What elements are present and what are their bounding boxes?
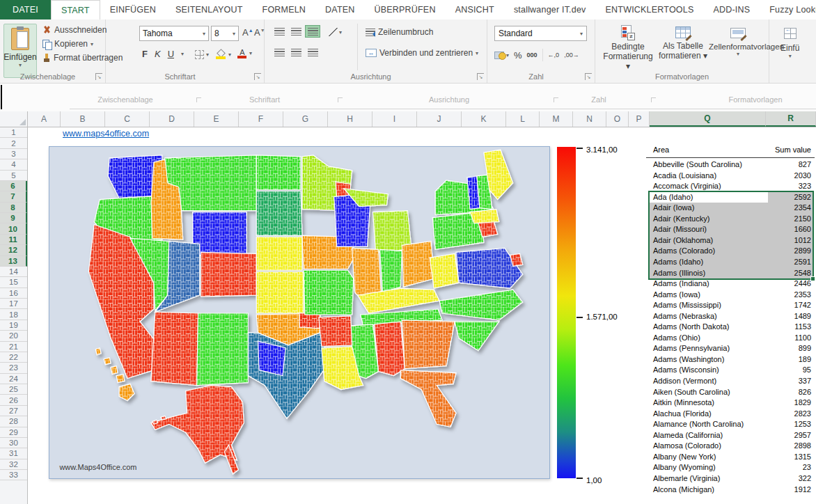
column-header-I[interactable]: I: [372, 111, 417, 127]
table-row[interactable]: Alamosa (Colorado)2898: [653, 441, 811, 452]
dialog-launcher-icon[interactable]: ↘: [95, 73, 102, 80]
value-cell[interactable]: 826: [799, 388, 811, 396]
value-cell[interactable]: 95: [803, 365, 811, 374]
number-format-select[interactable]: Standard▾: [494, 26, 587, 41]
grow-font-button[interactable]: A▲: [242, 27, 253, 38]
area-cell[interactable]: Acadia (Louisiana): [653, 171, 716, 180]
italic-button[interactable]: K: [155, 49, 161, 59]
row-header-28[interactable]: 28: [0, 416, 27, 427]
row-header-29[interactable]: 29: [0, 427, 27, 438]
column-header-N[interactable]: N: [573, 111, 606, 127]
column-header-J[interactable]: J: [417, 111, 462, 127]
area-cell[interactable]: Alachua (Florida): [653, 409, 712, 418]
row-header-32[interactable]: 32: [0, 459, 27, 470]
orientation-button[interactable]: ▾: [329, 28, 342, 36]
accounting-format-button[interactable]: ▾: [494, 51, 509, 60]
row-header-14[interactable]: 14: [0, 267, 27, 277]
table-row[interactable]: Aitkin (Minnesota)1829: [653, 398, 811, 409]
align-center-button[interactable]: [288, 46, 304, 58]
area-cell[interactable]: Adams (Illinois): [653, 269, 705, 277]
font-name-select[interactable]: Tahoma▾: [139, 26, 209, 41]
value-cell[interactable]: 1912: [794, 485, 811, 494]
row-header-9[interactable]: 9: [0, 213, 27, 223]
value-cell[interactable]: 1489: [794, 312, 811, 320]
table-row[interactable]: Adair (Kentucky)2150: [653, 214, 811, 226]
table-row[interactable]: Abbeville (South Carolina)827: [653, 160, 811, 171]
value-cell[interactable]: 1660: [794, 225, 811, 233]
column-header-F[interactable]: F: [239, 111, 283, 127]
area-cell[interactable]: Aiken (South Carolina): [653, 388, 730, 396]
align-left-button[interactable]: [272, 46, 287, 58]
value-cell[interactable]: 2446: [794, 279, 811, 288]
insert-cells-button[interactable]: Einfü ▾: [780, 28, 799, 59]
format-as-table-button[interactable]: Als Tabelle formatieren ▾: [658, 26, 708, 61]
row-header-7[interactable]: 7: [0, 191, 27, 202]
value-cell[interactable]: 2354: [794, 203, 811, 212]
value-cell[interactable]: 1253: [794, 420, 811, 428]
row-header-26[interactable]: 26: [0, 395, 27, 405]
tab-daten[interactable]: DATEN: [315, 0, 364, 19]
row-header-31[interactable]: 31: [0, 448, 27, 459]
decrease-decimal-button[interactable]: ,00→: [564, 52, 579, 58]
area-cell[interactable]: Alcona (Michigan): [653, 485, 714, 494]
table-row[interactable]: Adams (Colorado)2899: [653, 246, 811, 258]
row-header-15[interactable]: 15: [0, 277, 27, 288]
row-header-3[interactable]: 3: [0, 149, 27, 159]
row-header-13[interactable]: 13: [0, 256, 27, 267]
row-header-21[interactable]: 21: [0, 342, 27, 352]
tab-start[interactable]: START: [51, 0, 100, 19]
value-cell[interactable]: 337: [799, 377, 811, 385]
row-header-11[interactable]: 11: [0, 235, 27, 245]
conditional-formatting-button[interactable]: ≠ Bedingte Formatierung ▾: [601, 25, 655, 71]
column-header-O[interactable]: O: [606, 111, 629, 127]
area-cell[interactable]: Adams (Washington): [653, 355, 724, 363]
area-cell[interactable]: Alamosa (Colorado): [653, 441, 721, 450]
table-row[interactable]: Adair (Iowa)2354: [653, 203, 811, 214]
area-cell[interactable]: Adams (Indiana): [653, 279, 709, 288]
area-cell[interactable]: Adams (Wisconsin): [653, 365, 719, 374]
value-cell[interactable]: 1012: [794, 236, 811, 244]
tab--berpr-fen[interactable]: ÜBERPRÜFEN: [365, 0, 446, 19]
table-row[interactable]: Adams (Illinois)2548: [653, 269, 811, 280]
column-header-L[interactable]: L: [506, 111, 540, 127]
selection-fill-handle[interactable]: [810, 276, 815, 281]
row-header-22[interactable]: 22: [0, 352, 27, 363]
tab-datei[interactable]: DATEI: [0, 0, 51, 19]
value-cell[interactable]: 1742: [794, 301, 811, 309]
row-header-33[interactable]: 33: [0, 470, 27, 480]
table-row[interactable]: Alcona (Michigan)1912: [653, 485, 811, 496]
area-cell[interactable]: Accomack (Virginia): [653, 182, 721, 190]
value-cell[interactable]: 1829: [794, 398, 811, 407]
align-middle-button[interactable]: [288, 25, 304, 38]
paste-button[interactable]: Einfügen ▾: [3, 24, 37, 78]
value-cell[interactable]: 2898: [794, 441, 811, 450]
row-header-18[interactable]: 18: [0, 309, 27, 320]
area-cell[interactable]: Adair (Oklahoma): [653, 236, 713, 244]
row-header-20[interactable]: 20: [0, 331, 27, 341]
value-cell[interactable]: 1315: [794, 452, 811, 461]
chevron-down-icon[interactable]: ▾: [19, 62, 22, 68]
table-row[interactable]: Albany (New York)1315: [653, 452, 811, 464]
table-row[interactable]: Albemarle (Virginia)322: [653, 474, 811, 485]
table-row[interactable]: Adair (Missouri)1660: [653, 225, 811, 236]
table-row[interactable]: Aiken (South Carolina)826: [653, 388, 811, 399]
value-cell[interactable]: 2548: [794, 269, 811, 277]
increase-decimal-button[interactable]: ←,0: [548, 52, 560, 58]
area-cell[interactable]: Aitkin (Minnesota): [653, 398, 714, 407]
table-row[interactable]: Alachua (Florida)2823: [653, 409, 811, 420]
bold-button[interactable]: F: [142, 49, 148, 59]
tab-entwicklertools[interactable]: ENTWICKLERTOOLS: [596, 0, 704, 19]
value-cell[interactable]: 2592: [794, 193, 811, 201]
area-cell[interactable]: Adams (North Dakota): [653, 322, 729, 331]
table-row[interactable]: Alamance (North Carolina)1253: [653, 420, 811, 431]
column-header-P[interactable]: P: [629, 111, 650, 127]
comma-style-button[interactable]: 000: [527, 52, 538, 58]
column-header-R[interactable]: R: [766, 111, 816, 127]
dialog-launcher-icon[interactable]: ↘: [477, 73, 484, 80]
us-choropleth-map[interactable]: www.Maps4Office.com: [49, 146, 550, 479]
row-header-24[interactable]: 24: [0, 374, 27, 384]
table-row[interactable]: Adams (Indiana)2446: [653, 279, 811, 290]
row-header-12[interactable]: 12: [0, 245, 27, 255]
area-cell[interactable]: Adair (Iowa): [653, 203, 694, 212]
value-cell[interactable]: 2591: [794, 258, 811, 266]
